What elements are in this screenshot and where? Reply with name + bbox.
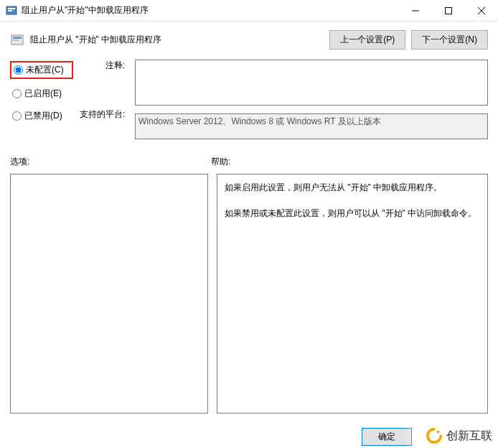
lower-panels: 如果启用此设置，则用户无法从 "开始" 中卸载应用程序。 如果禁用或未配置此设置… xyxy=(0,171,498,414)
svg-rect-9 xyxy=(13,39,19,41)
radio-disabled[interactable]: 已禁用(D) xyxy=(10,108,73,123)
radio-not-configured-input[interactable] xyxy=(14,65,23,75)
radio-enabled[interactable]: 已启用(E) xyxy=(10,86,73,101)
config-section: 未配置(C) 已启用(E) 已禁用(D) 注释: 支持的平台: xyxy=(0,55,498,144)
radio-group: 未配置(C) 已启用(E) 已禁用(D) xyxy=(10,60,73,141)
policy-icon xyxy=(10,33,24,47)
comment-label: 注释: xyxy=(79,60,125,108)
prev-setting-button[interactable]: 上一个设置(P) xyxy=(329,30,405,50)
window-buttons xyxy=(399,0,498,21)
minimize-button[interactable] xyxy=(399,0,432,22)
help-panel[interactable]: 如果启用此设置，则用户无法从 "开始" 中卸载应用程序。 如果禁用或未配置此设置… xyxy=(217,174,488,414)
app-icon xyxy=(6,5,17,17)
svg-point-10 xyxy=(436,430,439,433)
header-row: 阻止用户从 "开始" 中卸载应用程序 上一个设置(P) 下一个设置(N) xyxy=(0,22,498,55)
help-text-2: 如果禁用或未配置此设置，则用户可以从 "开始" 中访问卸载命令。 xyxy=(225,206,480,222)
radio-enabled-input[interactable] xyxy=(12,89,22,98)
maximize-button[interactable] xyxy=(432,0,465,22)
radio-enabled-label: 已启用(E) xyxy=(24,88,62,100)
watermark-icon xyxy=(426,428,442,444)
titlebar: 阻止用户从"开始"中卸载应用程序 xyxy=(0,0,498,22)
svg-rect-1 xyxy=(8,8,15,9)
platform-label: 支持的平台: xyxy=(79,108,125,129)
policy-title: 阻止用户从 "开始" 中卸载应用程序 xyxy=(30,34,329,46)
field-labels: 注释: 支持的平台: xyxy=(79,60,129,141)
radio-not-configured-label: 未配置(C) xyxy=(26,64,64,76)
next-setting-button[interactable]: 下一个设置(N) xyxy=(411,30,488,50)
radio-disabled-label: 已禁用(D) xyxy=(24,110,62,122)
options-label: 选项: xyxy=(10,156,211,168)
watermark-text: 创新互联 xyxy=(446,429,492,444)
platform-textarea xyxy=(135,113,488,139)
help-text-1: 如果启用此设置，则用户无法从 "开始" 中卸载应用程序。 xyxy=(225,180,480,196)
radio-disabled-input[interactable] xyxy=(12,111,22,121)
options-panel[interactable] xyxy=(10,174,208,414)
watermark: 创新互联 xyxy=(405,425,498,447)
field-inputs xyxy=(135,60,488,141)
help-label: 帮助: xyxy=(211,156,230,168)
window-title: 阻止用户从"开始"中卸载应用程序 xyxy=(22,4,399,17)
svg-rect-2 xyxy=(8,10,12,11)
svg-rect-4 xyxy=(446,8,452,14)
mid-labels: 选项: 帮助: xyxy=(0,144,498,171)
radio-not-configured[interactable]: 未配置(C) xyxy=(10,61,73,79)
close-button[interactable] xyxy=(465,0,498,22)
svg-rect-8 xyxy=(13,37,22,39)
comment-textarea[interactable] xyxy=(135,60,488,106)
